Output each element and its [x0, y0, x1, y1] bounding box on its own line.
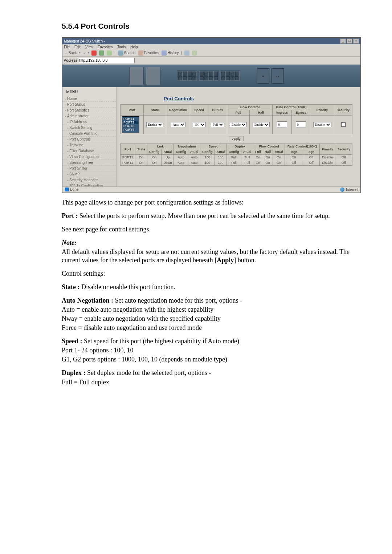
- sidebar-item-port-controls[interactable]: Port Controls: [62, 137, 116, 142]
- sidebar-item-snmp[interactable]: SNMP: [62, 171, 116, 177]
- section-heading: 5.5.4 Port Controls: [62, 22, 359, 31]
- th-half: Half: [250, 110, 273, 116]
- menu-edit[interactable]: Edit: [74, 45, 81, 49]
- sth-security: Security: [335, 144, 352, 155]
- window-title: Managed 24+2G Switch -: [64, 39, 105, 43]
- close-icon[interactable]: ×: [353, 39, 359, 44]
- th-priority: Priority: [310, 105, 334, 116]
- th-security: Security: [334, 105, 352, 116]
- sth-priority: Priority: [320, 144, 335, 155]
- sidebar-item-spanning-tree[interactable]: Spanning Tree: [62, 160, 116, 166]
- menu-favorites[interactable]: Favorites: [98, 45, 113, 49]
- sth-speed: Speed: [200, 144, 227, 149]
- sidebar-item-home[interactable]: Home: [62, 96, 116, 102]
- th-state: State: [143, 105, 166, 116]
- th-duplex: Duplex: [208, 105, 227, 116]
- table-row: PORT1 On OnUp AutoAuto 100100 FullFull O…: [121, 155, 352, 160]
- config-table: Port State Negotiation Speed Duplex Flow…: [120, 104, 352, 134]
- address-input[interactable]: [78, 58, 135, 63]
- maximize-icon[interactable]: □: [347, 39, 352, 44]
- sidebar-item-administrator[interactable]: Administrator: [62, 113, 116, 119]
- port-leds: [177, 70, 240, 81]
- para-ctrl-settings: Control settings:: [62, 270, 359, 278]
- duplex-select[interactable]: Full: [211, 122, 224, 127]
- toolbar[interactable]: ← Back • → • | Search Favorites History …: [62, 50, 360, 57]
- menu-view[interactable]: View: [85, 45, 93, 49]
- stop-icon[interactable]: [91, 50, 97, 56]
- rc-ingress-input[interactable]: [277, 121, 287, 128]
- para-auto: Auto Negotiation : Set auto negotiation …: [62, 296, 359, 332]
- sidebar-item-security-manager[interactable]: Security Manager: [62, 177, 116, 183]
- device-banner: ■ • •: [62, 65, 360, 87]
- menu-tools[interactable]: Tools: [117, 45, 126, 49]
- status-left: 🟦 Done: [65, 187, 79, 192]
- module-slot-icon: [129, 67, 144, 85]
- speed-select[interactable]: 100: [193, 122, 206, 127]
- th-ingress: Ingress: [273, 110, 292, 116]
- module-slot-icon: [146, 67, 160, 85]
- auto-select[interactable]: Auto: [171, 122, 185, 127]
- menu-file[interactable]: File: [64, 45, 70, 49]
- home-icon[interactable]: [107, 50, 112, 56]
- back-button[interactable]: Back: [69, 51, 77, 55]
- port-multiselect[interactable]: PORT1 PORT2 PORT3 PORT4: [122, 116, 139, 133]
- status-bar: 🟦 Done Internet: [62, 186, 360, 193]
- note-label: Note:: [62, 239, 77, 246]
- sidebar-title: MENU: [62, 87, 116, 96]
- main-panel: Port Controls Port State Negotiation Spe…: [117, 87, 360, 193]
- status-right: Internet: [340, 187, 358, 192]
- internet-zone-icon: [340, 187, 344, 192]
- sidebar-item-console-port-info[interactable]: Console Port Info: [62, 131, 116, 137]
- document-body: This page allows to change per port conf…: [62, 198, 359, 387]
- para-state: State : Disable or enable this port func…: [62, 283, 359, 291]
- browser-window: Managed 24+2G Switch - _ □ × File Edit V…: [62, 37, 361, 193]
- sidebar-item-port-sniffer[interactable]: Port Sniffer: [62, 166, 116, 171]
- mail-icon[interactable]: [184, 50, 189, 56]
- sidebar-item-port-status[interactable]: Port Status: [62, 102, 116, 108]
- table-row: PORT2 On OnDown AutoAuto 100100 FullFull…: [121, 160, 352, 166]
- favorites-icon[interactable]: [138, 50, 143, 56]
- apply-button[interactable]: Apply: [229, 136, 244, 141]
- th-egress: Egress: [292, 110, 310, 116]
- search-icon[interactable]: [118, 50, 123, 56]
- minimize-icon[interactable]: _: [340, 39, 346, 44]
- print-icon[interactable]: [192, 50, 197, 56]
- refresh-icon[interactable]: [99, 50, 104, 56]
- para-seenext: See next page for control settings.: [62, 225, 359, 234]
- para-duplex: Duplex : Set duplex mode for the selecte…: [62, 369, 359, 386]
- th-negotiation: Negotiation: [166, 105, 190, 116]
- rc-egress-input[interactable]: [296, 121, 306, 128]
- sth-port: Port: [121, 144, 135, 155]
- window-controls[interactable]: _ □ ×: [340, 39, 359, 44]
- th-flow-control: Flow Control: [227, 105, 272, 110]
- sidebar: MENU Home Port Status Port Statistics Ad…: [62, 87, 117, 193]
- para-speed: Speed : Set speed for this port (the hig…: [62, 337, 359, 364]
- note-text: All default values displayed for setup a…: [62, 248, 359, 264]
- fc-half-select[interactable]: Enable: [253, 122, 270, 127]
- history-icon[interactable]: [162, 50, 167, 56]
- sidebar-item-trunking[interactable]: Trunking: [62, 142, 116, 148]
- fc-full-select[interactable]: Enable: [230, 122, 247, 127]
- priority-select[interactable]: Disable: [313, 122, 331, 127]
- security-checkbox[interactable]: [341, 122, 346, 127]
- state-select[interactable]: Enable: [146, 122, 163, 127]
- window-titlebar: Managed 24+2G Switch - _ □ ×: [62, 38, 360, 44]
- menu-help[interactable]: Help: [130, 45, 138, 49]
- uplink-g1-icon: ■: [257, 68, 269, 84]
- th-rate-control: Rate Control (100K): [273, 105, 310, 110]
- para-port: Port : Select the ports to perform setup…: [62, 212, 359, 220]
- menu-bar[interactable]: File Edit View Favorites Tools Help: [62, 44, 360, 50]
- th-full: Full: [227, 110, 250, 116]
- sidebar-item-vlan-config[interactable]: VLan Configuration: [62, 154, 116, 160]
- sidebar-item-port-statistics[interactable]: Port Statistics: [62, 108, 116, 113]
- sidebar-item-ip-address[interactable]: IP Address: [62, 119, 116, 125]
- sth-rate: Rate Control(100K): [285, 144, 320, 149]
- address-bar[interactable]: Address: [62, 57, 360, 65]
- sth-duplex: Duplex: [227, 144, 253, 149]
- sth-state: State: [135, 144, 147, 155]
- sth-nego: Negotiation: [174, 144, 200, 149]
- sidebar-item-filter-database[interactable]: Filter Database: [62, 148, 116, 154]
- sidebar-item-switch-setting[interactable]: Switch Setting: [62, 125, 116, 131]
- th-port: Port: [121, 105, 144, 116]
- page-title: Port Controls: [164, 96, 357, 101]
